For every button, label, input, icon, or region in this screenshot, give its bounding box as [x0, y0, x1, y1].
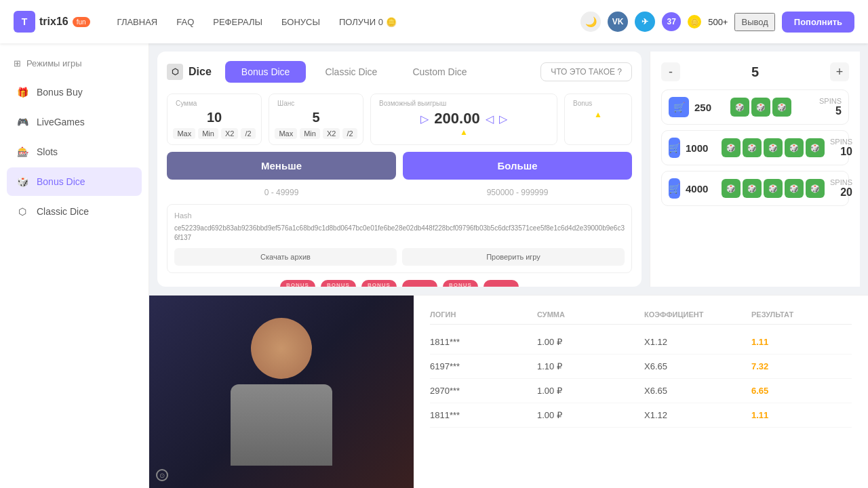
telegram-button[interactable]: ✈ [635, 12, 655, 32]
dice-item-4: BONUS [443, 280, 478, 287]
chance-actions: Max Min X2 /2 [277, 128, 355, 139]
logo[interactable]: T trix16 fun [14, 11, 90, 33]
table-row: 1811*** 1.00 ₽ X1.12 1.11 [430, 403, 852, 428]
page-body: ⊞ Режимы игры 🎁 Bonus Buy 🎮 LiveGames 🎰 … [0, 43, 868, 488]
verify-game-button[interactable]: Проверить игру [402, 248, 625, 266]
sidebar-item-classic-dice[interactable]: ⬡ Classic Dice [7, 197, 142, 226]
game-title-area: ⬡ Dice [167, 64, 212, 80]
package-2-spins: SPINS10 [830, 138, 852, 158]
game-main: ⬡ Dice Bonus Dice Classic Dice Custom Di… [157, 52, 642, 287]
row1-coeff: X1.12 [644, 337, 745, 347]
row2-sum: 1.10 ₽ [537, 361, 637, 371]
game-header: ⬡ Dice Bonus Dice Classic Dice Custom Di… [167, 61, 632, 83]
chance-min[interactable]: Min [300, 128, 320, 139]
green-dice-12: 🎲 [785, 179, 804, 198]
bonus-arrow: ▲ [573, 110, 623, 119]
dice-display: BONUS BONUS BONUS 8 BONUS 3 [167, 280, 632, 287]
sidebar-item-slots[interactable]: 🎰 Slots [7, 138, 142, 166]
arrow-left-win[interactable]: ▷ [420, 113, 429, 125]
header: T trix16 fun ГЛАВНАЯ FAQ РЕФЕРАЛЫ БОНУСЫ… [0, 0, 868, 43]
webcam-video: ⊙ [149, 296, 414, 488]
game-top: ⬡ Dice Bonus Dice Classic Dice Custom Di… [149, 43, 868, 295]
summa-field: Сумма 10 Max Min X2 /2 [167, 94, 262, 145]
green-dice-6: 🎲 [764, 138, 783, 157]
nav-get[interactable]: ПОЛУЧИ 0 🪙 [339, 17, 397, 27]
summa-value[interactable]: 10 [176, 110, 253, 125]
bonus-field: Bonus ▲ [564, 94, 632, 145]
balance-value: 500+ [708, 17, 728, 27]
dice-item-1: BONUS [321, 280, 356, 287]
row4-login: 1811*** [430, 410, 530, 420]
download-archive-button[interactable]: Скачать архив [174, 248, 397, 266]
green-dice-9: 🎲 [722, 179, 741, 198]
col-coeff: КОЭФФИЦИЕНТ [644, 310, 745, 319]
arrow-left-win2[interactable]: ◁ [486, 113, 494, 125]
nav-faq[interactable]: FAQ [176, 17, 194, 27]
nav-home[interactable]: ГЛАВНАЯ [117, 17, 158, 27]
table-row: 6197*** 1.10 ₽ X6.65 7.32 [430, 354, 852, 379]
chance-div2[interactable]: /2 [342, 128, 357, 139]
row4-result: 1.11 [751, 410, 852, 420]
package-3-dice: 🎲 🎲 🎲 🎲 🎲 [722, 179, 825, 198]
chance-x2[interactable]: X2 [323, 128, 340, 139]
arrow-right-win[interactable]: ▷ [499, 113, 507, 125]
row3-sum: 1.00 ₽ [537, 386, 637, 396]
row2-login: 6197*** [430, 361, 530, 371]
site-name: trix16 [39, 16, 68, 28]
theme-toggle[interactable]: 🌙 [580, 12, 601, 32]
bonus-buy-icon: 🎁 [15, 85, 30, 100]
summa-x2[interactable]: X2 [221, 128, 238, 139]
hash-value: ce52239acd692b83ab9236bbd9ef576a1c68bd9c… [174, 224, 625, 243]
bonus-dice-icon: 🎲 [15, 174, 30, 189]
chance-value[interactable]: 5 [277, 110, 355, 125]
summa-max[interactable]: Max [173, 128, 195, 139]
classic-dice-icon: ⬡ [15, 204, 30, 219]
main-nav: ГЛАВНАЯ FAQ РЕФЕРАЛЫ БОНУСЫ ПОЛУЧИ 0 🪙 [117, 17, 581, 27]
site-badge: fun [73, 17, 90, 27]
logo-icon: T [14, 11, 35, 33]
spin-package-2: 🛒 1000 🎲 🎲 🎲 🎲 🎲 SPINS10 [661, 130, 849, 165]
package-1-spins: SPINS5 [819, 97, 842, 117]
win-row: ▷ 200.00 ◁ ▷ [379, 110, 549, 127]
coin-icon: 🪙 [688, 15, 701, 28]
dice-small-icon: ⬡ [167, 64, 183, 80]
chance-field: Шанс 5 Max Min X2 /2 [269, 94, 363, 145]
sidebar: ⊞ Режимы игры 🎁 Bonus Buy 🎮 LiveGames 🎰 … [0, 43, 149, 488]
bonus-label: Bonus [573, 100, 623, 107]
tab-bonus-dice[interactable]: Bonus Dice [225, 61, 307, 83]
chance-max[interactable]: Max [275, 128, 297, 139]
buy-package-2-button[interactable]: 🛒 [669, 138, 680, 158]
counter-plus-button[interactable]: + [830, 62, 849, 81]
green-dice-11: 🎲 [764, 179, 783, 198]
balance-display: 500+ [708, 17, 728, 27]
action-row: Меньше Больше [167, 152, 632, 180]
nav-bonuses[interactable]: БОНУСЫ [281, 17, 320, 27]
nav-referrals[interactable]: РЕФЕРАЛЫ [213, 17, 262, 27]
withdraw-button[interactable]: Вывод [734, 13, 774, 31]
right-panel: - 5 + 🛒 250 🎲 🎲 🎲 SPINS5 [650, 52, 860, 287]
row1-result: 1.11 [751, 337, 852, 347]
vk-button[interactable]: VK [608, 12, 628, 32]
tab-custom-dice[interactable]: Custom Dice [396, 61, 483, 83]
sidebar-label-bonus-buy: Bonus Buy [37, 87, 83, 98]
package-1-dice: 🎲 🎲 🎲 [730, 98, 814, 117]
summa-div2[interactable]: /2 [241, 128, 255, 139]
win-arrow-up: ▲ [379, 127, 549, 137]
more-button[interactable]: Больше [403, 152, 632, 180]
less-button[interactable]: Меньше [167, 152, 396, 180]
green-dice-7: 🎲 [785, 138, 804, 157]
counter-minus-button[interactable]: - [661, 62, 680, 81]
package-2-price: 1000 [686, 142, 716, 154]
buy-package-3-button[interactable]: 🛒 [669, 178, 680, 199]
help-button[interactable]: ЧТО ЭТО ТАКОЕ ? [540, 62, 632, 81]
topup-button[interactable]: Пополнить [782, 12, 854, 33]
dice-item-3: 8 [402, 280, 437, 287]
tab-classic-dice[interactable]: Classic Dice [309, 61, 393, 83]
summa-min[interactable]: Min [198, 128, 218, 139]
sidebar-item-livegames[interactable]: 🎮 LiveGames [7, 108, 142, 136]
sidebar-item-bonus-dice[interactable]: 🎲 Bonus Dice [7, 167, 142, 196]
sidebar-item-bonus-buy[interactable]: 🎁 Bonus Buy [7, 78, 142, 106]
green-dice-3: 🎲 [772, 98, 791, 117]
hash-label: Hash [174, 211, 625, 220]
buy-package-1-button[interactable]: 🛒 [669, 97, 689, 117]
